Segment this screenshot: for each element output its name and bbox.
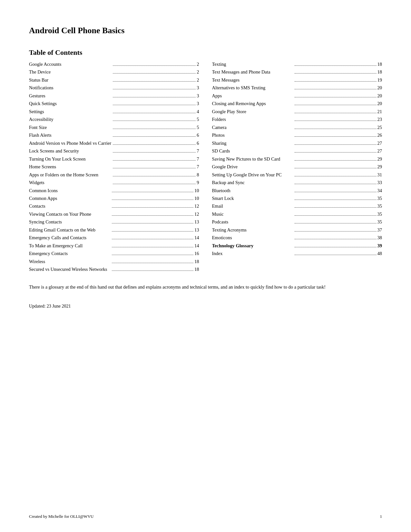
toc-entry: To Make an Emergency Call14 [29, 242, 199, 249]
toc-page-number: 12 [194, 211, 199, 218]
toc-page-number: 21 [377, 108, 382, 115]
toc-page-number: 20 [377, 84, 382, 91]
toc-entry-label: Common Apps [29, 195, 111, 202]
toc-entry: Google Accounts2 [29, 61, 199, 68]
toc-page-number: 34 [377, 187, 382, 194]
toc-entry: Index48 [212, 250, 382, 257]
toc-entry: Bluetooth34 [212, 187, 382, 194]
toc-page-number: 6 [197, 140, 199, 147]
toc-page-number: 7 [197, 155, 199, 163]
toc-entry: Google Play Store21 [212, 108, 382, 115]
toc-page-number: 2 [197, 61, 199, 68]
footer: Created by Michelle for OLLI@WVU 1 [29, 514, 382, 519]
toc-page-number: 8 [197, 171, 199, 178]
toc-entry-label: Podcasts [212, 218, 294, 225]
toc-entry-label: The Device [29, 68, 112, 75]
toc-dots [113, 144, 196, 145]
toc-entry-label: Flash Alerts [29, 132, 112, 139]
toc-entry: Apps or Folders on the Home Screen8 [29, 171, 199, 178]
toc-entry-label: Sharing [212, 140, 294, 147]
toc-entry-label: Google Accounts [29, 61, 112, 68]
toc-entry: Status Bar2 [29, 76, 199, 84]
toc-entry: Folders23 [212, 116, 382, 123]
toc-entry-label: Text Messages [212, 76, 294, 84]
toc-entry-label: Accessibility [29, 116, 112, 123]
toc-dots [113, 168, 196, 168]
toc-entry: Lock Screens and Security7 [29, 147, 199, 154]
toc-dots [113, 176, 196, 176]
toc-dots [295, 200, 377, 200]
toc-dots [295, 168, 377, 168]
toc-entry: Setting Up Google Drive on Your PC31 [212, 171, 382, 178]
toc-entry-label: Photos [212, 132, 294, 139]
toc-page-number: 14 [194, 234, 199, 241]
toc-entry: Closing and Removing Apps20 [212, 100, 382, 107]
toc-dots [295, 136, 377, 137]
toc-entry: Emergency Contacts16 [29, 250, 199, 257]
toc-container: Google Accounts2The Device2Status Bar2No… [29, 61, 382, 274]
toc-dots [112, 247, 194, 247]
toc-page-number: 18 [377, 61, 382, 68]
toc-entry-label: Android Version vs Phone Model vs Carrie… [29, 140, 112, 147]
toc-entry: Editing Gmail Contacts on the Web13 [29, 226, 199, 233]
toc-page-number: 2 [197, 76, 199, 84]
toc-dots [112, 263, 194, 263]
toc-dots [295, 89, 377, 89]
toc-entry: Smart Lock35 [212, 195, 382, 202]
toc-dots [295, 113, 377, 113]
toc-entry: Emoticons38 [212, 234, 382, 241]
toc-dots [295, 105, 377, 105]
toc-dots [113, 160, 196, 161]
toc-page-number: 25 [377, 124, 382, 131]
toc-dots [113, 129, 196, 129]
toc-dots [112, 255, 194, 255]
toc-entry: Notifications3 [29, 84, 199, 91]
toc-left-column: Google Accounts2The Device2Status Bar2No… [29, 61, 199, 274]
toc-dots [295, 160, 377, 161]
toc-entry: Syncing Contacts13 [29, 218, 199, 225]
toc-entry-label: Index [212, 250, 294, 257]
toc-dots [295, 215, 377, 216]
toc-entry: Contacts12 [29, 202, 199, 210]
toc-page-number: 48 [377, 250, 382, 257]
toc-page-number: 16 [194, 250, 199, 257]
toc-entry: Email35 [212, 202, 382, 210]
toc-page-number: 33 [377, 179, 382, 186]
toc-page-number: 35 [377, 195, 382, 202]
toc-dots [112, 231, 194, 232]
toc-dots [112, 223, 194, 223]
note-text: There is a glossary at the end of this h… [29, 283, 382, 291]
toc-entry: Wireless18 [29, 258, 199, 265]
toc-entry: Common Apps10 [29, 195, 199, 202]
toc-page-number: 14 [194, 242, 199, 249]
toc-dots [295, 81, 377, 82]
toc-page-number: 39 [377, 242, 382, 249]
toc-entry: Sharing27 [212, 140, 382, 147]
main-title: Android Cell Phone Basics [29, 26, 382, 35]
toc-entry-label: Editing Gmail Contacts on the Web [29, 226, 111, 233]
toc-dots [295, 144, 377, 145]
toc-entry-label: Folders [212, 116, 294, 123]
toc-page-number: 29 [377, 163, 382, 170]
toc-entry-label: Wireless [29, 258, 111, 265]
toc-page-number: 38 [377, 234, 382, 241]
toc-page-number: 19 [377, 76, 382, 84]
toc-entry-label: Backup and Sync [212, 179, 294, 186]
toc-entry-label: To Make an Emergency Call [29, 242, 111, 249]
toc-entry-label: Apps or Folders on the Home Screen [29, 171, 112, 178]
toc-dots [295, 65, 377, 66]
toc-right-column: Texting18Text Messages and Phone Data18T… [212, 61, 382, 274]
toc-entry: Text Messages19 [212, 76, 382, 84]
toc-entry: Texting Acronyms37 [212, 226, 382, 233]
toc-entry-label: Texting Acronyms [212, 226, 294, 233]
toc-page-number: 20 [377, 92, 382, 99]
toc-entry-label: Smart Lock [212, 195, 294, 202]
toc-entry-label: Viewing Contacts on Your Phone [29, 211, 111, 218]
page: Android Cell Phone Basics Table of Conte… [0, 0, 411, 532]
toc-entry-label: Alternatives to SMS Texting [212, 84, 294, 91]
toc-dots [295, 184, 377, 184]
toc-entry: Backup and Sync33 [212, 179, 382, 186]
toc-entry: Gestures3 [29, 92, 199, 99]
toc-page-number: 13 [194, 218, 199, 225]
toc-page-number: 18 [194, 258, 199, 265]
